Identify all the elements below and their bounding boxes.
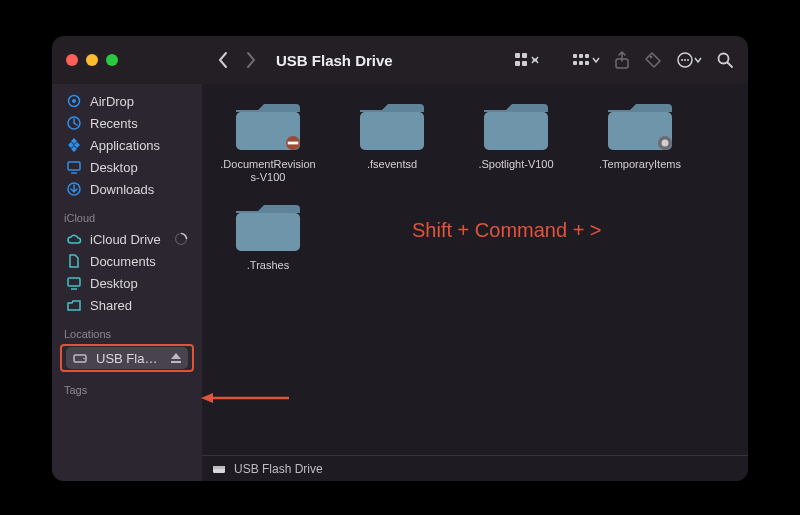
annotation-arrow	[201, 388, 291, 408]
sidebar-section-locations: Locations	[64, 328, 190, 340]
sidebar-item-label: Applications	[90, 138, 160, 153]
svg-rect-33	[236, 213, 300, 251]
chevron-right-icon	[244, 51, 258, 69]
svg-rect-8	[579, 61, 583, 65]
svg-rect-23	[68, 278, 80, 286]
chevron-left-icon	[216, 51, 230, 69]
folder-item[interactable]: .TemporaryItems	[590, 98, 690, 183]
sidebar-section-tags: Tags	[64, 384, 190, 396]
svg-rect-1	[522, 53, 527, 58]
file-label: .DocumentRevisions-V100	[218, 158, 318, 183]
desktop-icon	[66, 275, 82, 291]
path-bar-label: USB Flash Drive	[234, 462, 323, 476]
path-bar[interactable]: USB Flash Drive	[202, 455, 748, 481]
sidebar-item-desktop[interactable]: Desktop	[60, 156, 194, 178]
svg-rect-20	[68, 162, 80, 170]
sidebar-item-applications[interactable]: Applications	[60, 134, 194, 156]
sidebar-item-icloud-drive[interactable]: iCloud Drive	[60, 228, 194, 250]
more-icon	[676, 51, 702, 69]
svg-point-11	[650, 56, 653, 59]
folder-icon	[480, 98, 552, 154]
sidebar-item-airdrop[interactable]: AirDrop	[60, 90, 194, 112]
folder-icon	[604, 98, 676, 154]
sidebar-item-desktop[interactable]: Desktop	[60, 272, 194, 294]
badge-icon	[658, 136, 672, 150]
minimize-window-button[interactable]	[86, 54, 98, 66]
traffic-lights	[52, 54, 202, 66]
file-browser: .DocumentRevisions-V100.fseventsd.Spotli…	[202, 84, 748, 481]
grid-icon	[514, 51, 540, 69]
close-window-button[interactable]	[66, 54, 78, 66]
file-label: .fseventsd	[367, 158, 417, 171]
svg-rect-26	[171, 361, 181, 363]
sidebar-item-recents[interactable]: Recents	[60, 112, 194, 134]
svg-point-32	[662, 140, 669, 147]
drive-icon	[72, 350, 88, 366]
downloads-icon	[66, 181, 82, 197]
window-title: USB Flash Drive	[276, 52, 393, 69]
window-body: AirDropRecentsApplicationsDesktopDownloa…	[52, 84, 748, 481]
svg-rect-6	[585, 54, 589, 58]
sidebar-item-label: AirDrop	[90, 94, 134, 109]
sidebar-item-label: Documents	[90, 254, 156, 269]
svg-point-13	[681, 59, 683, 61]
svg-rect-0	[515, 53, 520, 58]
file-label: .Spotlight-V100	[478, 158, 553, 171]
sidebar-item-documents[interactable]: Documents	[60, 250, 194, 272]
sidebar-item-label: Shared	[90, 298, 132, 313]
sidebar-item-label: Desktop	[90, 160, 138, 175]
svg-rect-4	[573, 54, 577, 58]
sidebar-item-label: Downloads	[90, 182, 154, 197]
svg-point-15	[687, 59, 689, 61]
search-button[interactable]	[716, 51, 734, 69]
sidebar-item-label: iCloud Drive	[90, 232, 161, 247]
svg-rect-3	[522, 61, 527, 66]
svg-rect-30	[484, 112, 548, 150]
svg-point-18	[72, 99, 76, 103]
annotation-hint: Shift + Command + >	[412, 219, 602, 242]
forward-button[interactable]	[244, 51, 258, 69]
group-icon	[572, 51, 600, 69]
share-icon	[614, 51, 630, 69]
folder-item[interactable]: .fseventsd	[342, 98, 442, 183]
shared-icon	[66, 297, 82, 313]
file-label: .Trashes	[247, 259, 289, 272]
progress-icon	[174, 232, 188, 246]
search-icon	[716, 51, 734, 69]
drive-small-icon	[212, 463, 226, 475]
share-button[interactable]	[614, 51, 630, 69]
sidebar-item-shared[interactable]: Shared	[60, 294, 194, 316]
group-by-button[interactable]	[572, 51, 600, 69]
no-entry-badge-icon	[286, 136, 300, 150]
annotation-highlight: USB Flash…	[60, 344, 194, 372]
actions-button[interactable]	[676, 51, 702, 69]
svg-point-14	[684, 59, 686, 61]
app-icon	[66, 137, 82, 153]
cloud-icon	[66, 231, 82, 247]
clock-icon	[66, 115, 82, 131]
folder-icon	[232, 199, 304, 255]
airdrop-icon	[66, 93, 82, 109]
eject-icon[interactable]	[170, 352, 182, 364]
folder-item[interactable]: .Trashes	[218, 199, 318, 272]
folder-item[interactable]: .Spotlight-V100	[466, 98, 566, 183]
toolbar: USB Flash Drive	[202, 51, 748, 69]
sidebar-item-downloads[interactable]: Downloads	[60, 178, 194, 200]
zoom-window-button[interactable]	[106, 54, 118, 66]
view-mode-button[interactable]	[514, 51, 540, 69]
folder-icon	[232, 98, 304, 154]
tag-button[interactable]	[644, 51, 662, 69]
sidebar-item-label: Recents	[90, 116, 138, 131]
svg-point-25	[83, 358, 85, 360]
sidebar-item-usb-flash-[interactable]: USB Flash…	[66, 347, 188, 369]
svg-rect-35	[213, 466, 225, 469]
svg-rect-9	[585, 61, 589, 65]
folder-icon	[356, 98, 428, 154]
sidebar-section-icloud: iCloud	[64, 212, 190, 224]
back-button[interactable]	[216, 51, 230, 69]
tag-icon	[644, 51, 662, 69]
folder-item[interactable]: .DocumentRevisions-V100	[218, 98, 318, 183]
svg-rect-7	[573, 61, 577, 65]
svg-rect-2	[515, 61, 520, 66]
titlebar: USB Flash Drive	[52, 36, 748, 84]
